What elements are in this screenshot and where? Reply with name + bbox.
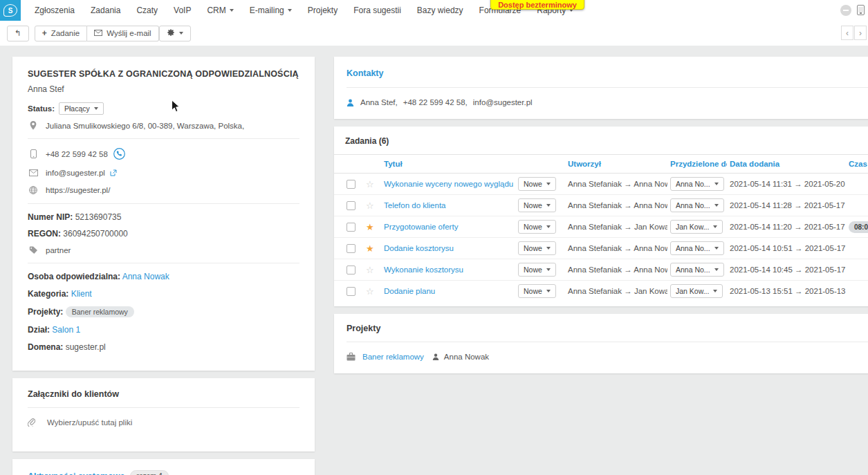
task-dates: 2021-05-14 11:28 → 2021-05-17 11:28	[727, 195, 846, 216]
menu-item[interactable]: VoIP	[174, 6, 191, 15]
contact-name[interactable]: Anna Stef,	[360, 98, 398, 106]
prev-record-button[interactable]: ‹	[841, 26, 853, 40]
task-status-dropdown[interactable]: Nowe	[518, 177, 556, 191]
next-record-button[interactable]: ›	[854, 26, 867, 40]
field-value[interactable]: Anna Nowak	[122, 272, 169, 281]
task-title-link[interactable]: Przygotowanie oferty	[384, 223, 458, 231]
task-checkbox[interactable]	[347, 223, 355, 232]
task-checkbox[interactable]	[347, 287, 355, 296]
task-row: Wykonanie kosztorysu Nowe Anna Stefaniak…	[334, 259, 868, 281]
star-icon[interactable]	[366, 286, 374, 297]
status-circle-icon[interactable]	[840, 5, 851, 16]
col-date[interactable]: Data dodania	[727, 155, 846, 174]
regon-value: 36094250700000	[63, 229, 127, 239]
task-title-link[interactable]: Wykonanie wyceny nowego wyglądu strony	[384, 180, 515, 188]
task-checkbox[interactable]	[347, 244, 355, 253]
task-time-badge: 08:00	[849, 221, 868, 233]
task-assignee-dropdown[interactable]: Anna No...	[670, 198, 724, 212]
task-status-dropdown[interactable]: Nowe	[518, 284, 556, 298]
star-icon[interactable]	[366, 222, 374, 232]
task-dates: 2021-05-14 10:51 → 2021-05-17 10:50	[727, 238, 846, 259]
person-icon	[347, 99, 354, 106]
menu-item[interactable]: Zgłoszenia	[35, 6, 75, 15]
external-link-icon[interactable]	[110, 169, 117, 176]
menu-item[interactable]: Czaty	[136, 6, 158, 15]
task-row: Dodanie planu Nowe Anna Stefaniak → Jan …	[334, 281, 868, 302]
tag-icon	[28, 246, 39, 254]
task-title-link[interactable]: Telefon do klienta	[384, 201, 446, 209]
add-task-button[interactable]: + Zadanie	[35, 26, 88, 41]
task-title-link[interactable]: Wykonanie kosztorysu	[384, 266, 463, 274]
sugester-logo[interactable]: S	[0, 0, 21, 21]
field-value[interactable]: sugester.pl	[66, 342, 106, 352]
settings-button[interactable]	[159, 26, 191, 41]
task-assignee-dropdown[interactable]: Anna No...	[670, 177, 724, 191]
field-label: Osoba odpowiedzialna:	[28, 272, 120, 281]
call-phone-icon[interactable]	[113, 148, 125, 160]
menu-item[interactable]: CRM	[207, 6, 233, 15]
col-assigned[interactable]: Przydzielone do	[667, 155, 727, 174]
regon-label: REGON:	[28, 229, 61, 239]
globe-icon	[28, 186, 39, 194]
task-checkbox[interactable]	[347, 266, 355, 274]
project-name-link[interactable]: Baner reklamowy	[362, 353, 424, 361]
client-field-row: Osoba odpowiedzialna: Anna Nowak	[28, 272, 299, 281]
tasks-title: Zadania (6)	[334, 135, 868, 154]
trial-access-button[interactable]: Dostęp bezterminowy	[490, 0, 584, 10]
client-email-link[interactable]: info@sugester.pl	[46, 169, 105, 177]
chevron-down-icon	[713, 290, 717, 292]
chevron-down-icon	[713, 225, 717, 228]
star-icon[interactable]	[366, 201, 374, 211]
star-icon[interactable]	[366, 243, 374, 254]
activities-title[interactable]: Aktywności systemowe	[28, 472, 124, 475]
menu-item[interactable]: E-mailing	[250, 6, 292, 15]
task-assignee-dropdown[interactable]: Anna No...	[670, 263, 724, 277]
client-tag-link[interactable]: partner	[46, 246, 71, 254]
field-value[interactable]: Klient	[71, 289, 92, 299]
task-dates: 2021-05-14 10:45 → 2021-05-17 10:45	[727, 259, 846, 281]
chevron-down-icon	[546, 183, 551, 185]
contacts-title[interactable]: Kontakty	[347, 68, 383, 78]
send-email-button[interactable]: Wyślij e-mail	[87, 26, 158, 41]
client-field-row: Dział: Salon 1	[28, 325, 299, 335]
tasks-table: Tytuł Utworzył Przydzielone do Data doda…	[334, 154, 868, 302]
task-status-dropdown[interactable]: Nowe	[518, 220, 556, 234]
task-assignee-dropdown[interactable]: Anna No...	[670, 241, 724, 255]
task-checkbox[interactable]	[347, 180, 355, 189]
back-button[interactable]: ↰	[7, 26, 29, 41]
field-label: Projekty:	[28, 307, 63, 317]
status-dropdown[interactable]: Płacący	[59, 102, 104, 115]
task-assignee-dropdown[interactable]: Jan Kow...	[670, 220, 723, 234]
star-icon[interactable]	[366, 179, 374, 189]
task-created: Anna Stefaniak → Anna Nowak	[565, 259, 667, 281]
menu-item[interactable]: Zadania	[91, 6, 120, 15]
client-website-link[interactable]: https://sugester.pl/	[46, 186, 110, 194]
field-value[interactable]: Baner reklamowy	[66, 306, 134, 317]
task-status-dropdown[interactable]: Nowe	[518, 198, 556, 212]
col-title[interactable]: Tytuł	[381, 155, 515, 174]
task-checkbox[interactable]	[347, 201, 355, 210]
field-value[interactable]: Salon 1	[52, 325, 80, 335]
task-assignee-dropdown[interactable]: Jan Kow...	[670, 284, 723, 298]
task-row: Telefon do klienta Nowe Anna Stefaniak →…	[334, 195, 868, 216]
mobile-app-icon[interactable]	[857, 5, 865, 15]
task-row: Przygotowanie oferty Nowe Anna Stefaniak…	[334, 216, 868, 238]
menu-item[interactable]: Fora sugestii	[353, 6, 401, 15]
task-title-link[interactable]: Dodanie kosztorysu	[384, 244, 454, 252]
menu-item[interactable]: Projekty	[308, 6, 338, 15]
tasks-card: Zadania (6) Tytuł Utworzył Przydzielone …	[334, 127, 868, 306]
chevron-down-icon	[179, 32, 183, 35]
task-status-dropdown[interactable]: Nowe	[518, 241, 556, 255]
briefcase-icon	[347, 353, 355, 361]
menu-item[interactable]: Bazy wiedzy	[417, 6, 463, 15]
star-icon[interactable]	[366, 265, 374, 275]
task-status-dropdown[interactable]: Nowe	[518, 263, 556, 277]
top-nav: S Zgłoszenia Zadania Czaty VoIP CRM E-ma…	[0, 0, 868, 21]
plus-icon: +	[42, 28, 47, 38]
task-title-link[interactable]: Dodanie planu	[384, 287, 435, 295]
col-created[interactable]: Utworzył	[565, 155, 667, 174]
projects-list: Baner reklamowy Anna Nowak	[347, 353, 868, 361]
paperclip-icon	[28, 418, 39, 427]
file-dropzone[interactable]: Wybierz/upuść tutaj pliki	[28, 418, 299, 427]
col-time[interactable]: Czas pracy	[846, 155, 868, 174]
